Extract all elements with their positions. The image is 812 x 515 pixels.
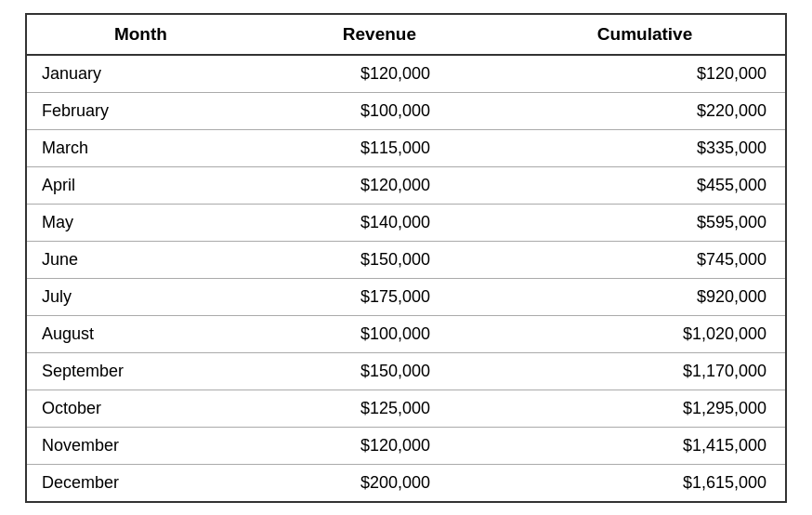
cell-cumulative: $120,000 <box>504 55 785 93</box>
cell-cumulative: $920,000 <box>504 278 785 315</box>
table-row: January$120,000$120,000 <box>27 55 785 93</box>
table-row: December$200,000$1,615,000 <box>27 464 785 501</box>
cell-cumulative: $1,415,000 <box>504 427 785 464</box>
column-header-cumulative: Cumulative <box>504 15 785 55</box>
cell-revenue: $115,000 <box>255 129 504 166</box>
revenue-table-container: Month Revenue Cumulative January$120,000… <box>25 13 787 503</box>
revenue-table: Month Revenue Cumulative January$120,000… <box>27 15 785 501</box>
cell-cumulative: $455,000 <box>504 166 785 204</box>
cell-month: November <box>27 427 255 464</box>
cell-cumulative: $745,000 <box>504 241 785 278</box>
table-header-row: Month Revenue Cumulative <box>27 15 785 55</box>
table-row: May$140,000$595,000 <box>27 204 785 241</box>
cell-month: April <box>27 166 255 204</box>
cell-month: March <box>27 129 255 166</box>
cell-month: September <box>27 352 255 390</box>
cell-cumulative: $220,000 <box>504 92 785 129</box>
cell-revenue: $175,000 <box>255 278 504 315</box>
cell-month: December <box>27 464 255 501</box>
cell-cumulative: $1,615,000 <box>504 464 785 501</box>
cell-cumulative: $1,020,000 <box>504 315 785 352</box>
cell-revenue: $120,000 <box>255 427 504 464</box>
cell-month: February <box>27 92 255 129</box>
cell-revenue: $150,000 <box>255 241 504 278</box>
column-header-revenue: Revenue <box>255 15 504 55</box>
table-row: August$100,000$1,020,000 <box>27 315 785 352</box>
cell-cumulative: $1,170,000 <box>504 352 785 390</box>
cell-revenue: $120,000 <box>255 166 504 204</box>
cell-revenue: $120,000 <box>255 55 504 93</box>
table-row: November$120,000$1,415,000 <box>27 427 785 464</box>
table-row: April$120,000$455,000 <box>27 166 785 204</box>
cell-revenue: $100,000 <box>255 315 504 352</box>
cell-cumulative: $595,000 <box>504 204 785 241</box>
table-row: October$125,000$1,295,000 <box>27 390 785 427</box>
table-row: June$150,000$745,000 <box>27 241 785 278</box>
cell-cumulative: $335,000 <box>504 129 785 166</box>
table-row: September$150,000$1,170,000 <box>27 352 785 390</box>
cell-revenue: $140,000 <box>255 204 504 241</box>
cell-revenue: $100,000 <box>255 92 504 129</box>
cell-month: July <box>27 278 255 315</box>
table-row: February$100,000$220,000 <box>27 92 785 129</box>
cell-month: January <box>27 55 255 93</box>
cell-revenue: $150,000 <box>255 352 504 390</box>
column-header-month: Month <box>27 15 255 55</box>
table-row: March$115,000$335,000 <box>27 129 785 166</box>
cell-month: October <box>27 390 255 427</box>
cell-revenue: $200,000 <box>255 464 504 501</box>
table-row: July$175,000$920,000 <box>27 278 785 315</box>
cell-cumulative: $1,295,000 <box>504 390 785 427</box>
cell-month: August <box>27 315 255 352</box>
cell-month: June <box>27 241 255 278</box>
cell-revenue: $125,000 <box>255 390 504 427</box>
cell-month: May <box>27 204 255 241</box>
